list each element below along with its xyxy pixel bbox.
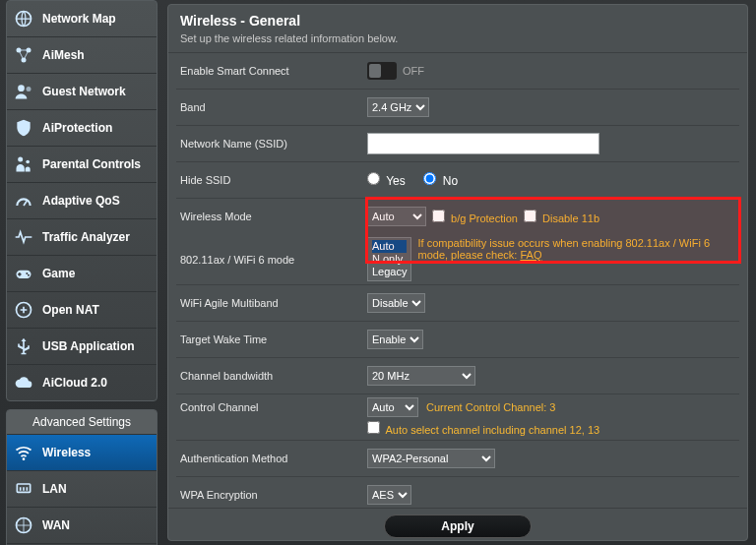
sidebar-item-label: Game: [42, 267, 75, 280]
svg-point-4: [18, 85, 25, 91]
band-select[interactable]: 2.4 GHz: [367, 97, 429, 117]
sidebar-item-label: Open NAT: [42, 303, 99, 317]
ssid-input[interactable]: [367, 133, 599, 154]
annotation-arrow-icon: [168, 211, 176, 240]
guest-icon: [13, 81, 34, 102]
svg-rect-10: [18, 273, 21, 275]
ctrl-chan-label: Control Channel: [180, 397, 367, 413]
wpa-enc-label: WPA Encryption: [180, 489, 367, 501]
wpa-enc-select[interactable]: AES: [367, 485, 411, 505]
svg-point-11: [26, 272, 28, 274]
sidebar-item-label: Network Map: [42, 12, 116, 26]
hide-ssid-label: Hide SSID: [180, 174, 367, 186]
sidebar-item-label: AiCloud 2.0: [42, 376, 107, 390]
ssid-label: Network Name (SSID): [180, 138, 367, 150]
sidebar-item-aqos[interactable]: Adaptive QoS: [7, 183, 157, 219]
wireless-mode-options-list[interactable]: Auto N only Legacy: [367, 237, 411, 281]
agile-label: WiFi Agile Multiband: [180, 297, 367, 309]
pulse-icon: [13, 226, 34, 248]
parent-icon: [13, 153, 34, 175]
smart-connect-label: Enable Smart Connect: [180, 65, 367, 77]
wan-icon: [13, 515, 34, 536]
sidebar-item-traffic[interactable]: Traffic Analyzer: [7, 219, 157, 256]
smart-connect-toggle[interactable]: OFF: [367, 62, 424, 80]
sidebar-item-label: AiProtection: [42, 121, 112, 135]
nat-icon: [13, 299, 34, 321]
sidebar-item-usb[interactable]: USB Application: [7, 329, 157, 365]
auth-select[interactable]: WPA2-Personal: [367, 449, 495, 468]
sidebar-item-aicloud[interactable]: AiCloud 2.0: [7, 365, 157, 400]
smart-connect-state: OFF: [403, 65, 424, 77]
ctrl-chan-select[interactable]: Auto: [367, 397, 418, 417]
band-label: Band: [180, 101, 367, 113]
bg-protection-checkbox[interactable]: b/g Protection: [432, 210, 518, 224]
wireless-mode-label: Wireless Mode: [180, 211, 367, 222]
gamepad-icon: [13, 263, 34, 284]
page-subtitle: Set up the wireless related information …: [168, 32, 747, 53]
auth-label: Authentication Method: [180, 453, 367, 464]
lan-icon: [13, 478, 34, 500]
sidebar-item-wan[interactable]: WAN: [7, 508, 157, 544]
sidebar-item-aimesh[interactable]: AiMesh: [7, 37, 157, 74]
apply-button[interactable]: Apply: [384, 515, 532, 538]
sidebar-item-lan[interactable]: LAN: [7, 471, 157, 508]
wireless-mode-select[interactable]: Auto: [367, 207, 426, 226]
svg-point-7: [26, 160, 30, 164]
wifi-icon: [13, 442, 34, 463]
sidebar-item-label: Wireless: [42, 446, 91, 459]
sidebar-item-aiprotection[interactable]: AiProtection: [7, 110, 157, 147]
chanbw-label: Channel bandwidth: [180, 370, 367, 382]
mesh-icon: [13, 44, 34, 66]
sidebar-item-wireless[interactable]: Wireless: [7, 435, 157, 471]
sidebar-item-label: Traffic Analyzer: [42, 230, 130, 244]
ctrl-chan-autosel[interactable]: Auto select channel including channel 12…: [367, 421, 599, 436]
svg-point-12: [28, 274, 30, 276]
sidebar-item-label: WAN: [42, 518, 70, 532]
agile-select[interactable]: Disable: [367, 293, 425, 313]
svg-point-5: [27, 87, 32, 91]
sidebar-item-opennat[interactable]: Open NAT: [7, 292, 157, 329]
gauge-icon: [13, 190, 34, 212]
sidebar-item-label: Adaptive QoS: [42, 194, 120, 208]
ax-mode-label: 802.11ax / WiFi 6 mode: [180, 254, 367, 266]
chanbw-select[interactable]: 20 MHz: [367, 366, 475, 386]
ax-mode-note: If compatibility issue occurs when enabl…: [417, 237, 713, 261]
shield-icon: [13, 117, 34, 139]
hide-ssid-yes[interactable]: Yes: [367, 172, 406, 188]
sidebar-item-guest-network[interactable]: Guest Network: [7, 74, 157, 110]
svg-point-6: [18, 157, 23, 162]
svg-point-14: [23, 457, 26, 460]
sidebar-item-label: USB Application: [42, 339, 135, 353]
sidebar-item-label: Parental Controls: [42, 157, 141, 171]
cloud-icon: [13, 372, 34, 394]
sidebar-item-game[interactable]: Game: [7, 256, 157, 292]
globe-icon: [13, 8, 34, 30]
faq-link[interactable]: FAQ: [520, 249, 541, 261]
disable-11b-checkbox[interactable]: Disable 11b: [524, 210, 599, 224]
page-title: Wireless - General: [168, 5, 747, 32]
sidebar-item-parental[interactable]: Parental Controls: [7, 147, 157, 183]
sidebar-item-network-map[interactable]: Network Map: [7, 1, 157, 37]
sidebar-item-label: Guest Network: [42, 85, 126, 98]
twt-label: Target Wake Time: [180, 333, 367, 345]
ctrl-chan-current: Current Control Channel: 3: [426, 401, 555, 413]
hide-ssid-no[interactable]: No: [423, 172, 458, 188]
usb-icon: [13, 335, 34, 357]
sidebar-item-label: AiMesh: [42, 48, 85, 62]
sidebar-item-label: LAN: [42, 482, 67, 496]
twt-select[interactable]: Enable: [367, 330, 423, 349]
advanced-settings-header: Advanced Settings: [7, 410, 157, 435]
